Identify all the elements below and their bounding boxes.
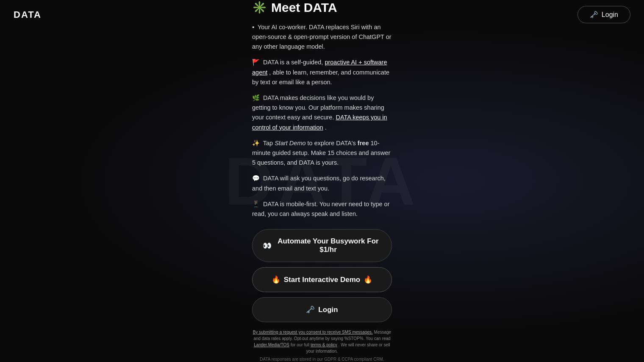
demo-label: Start Interactive Demo xyxy=(284,276,360,284)
free-bold: free xyxy=(358,140,369,146)
consent-link[interactable]: By submitting a request you consent to r… xyxy=(253,330,373,334)
desc-text-4b: to explore DATA's xyxy=(308,140,358,146)
terms-link[interactable]: terms & policy xyxy=(311,343,337,347)
desc-paragraph-3: 🌿 DATA makes decisions like you would by… xyxy=(252,93,392,133)
start-demo-button[interactable]: 🔥 Start Interactive Demo 🔥 xyxy=(252,267,392,292)
login-label: Login xyxy=(318,306,338,314)
desc-paragraph-4: ✨ Tap Start Demo to explore DATA's free … xyxy=(252,138,392,168)
eyes-icon: 👀 xyxy=(263,241,272,250)
desc-paragraph-6: 📱 DATA is mobile-first. You never need t… xyxy=(252,199,392,219)
start-demo-italic: Start Demo xyxy=(275,140,305,146)
header-login-button[interactable]: 🗝️ Login xyxy=(577,6,630,23)
automate-button[interactable]: 👀 Automate Your Busywork For $1/hr xyxy=(252,229,392,262)
desc-paragraph-2: 🚩 DATA is a self-guided, proactive AI + … xyxy=(252,58,392,87)
logo: DATA xyxy=(14,9,42,20)
chat-icon: 💬 xyxy=(252,175,260,182)
fire-icon-right: 🔥 xyxy=(364,275,372,284)
footer-compliance: DATA responses are stored in our GDPR & … xyxy=(252,357,392,362)
plant-icon: 🌿 xyxy=(252,94,260,101)
desc-paragraph-5: 💬 DATA will ask you questions, go do res… xyxy=(252,174,392,193)
header-login-label: Login xyxy=(602,11,618,19)
tos-link[interactable]: Lander.Media/TOS xyxy=(254,343,289,347)
sparkles-icon: ✨ xyxy=(252,140,260,146)
footer-tos-after: for our full xyxy=(291,343,311,347)
desc-text-4a: Tap xyxy=(263,140,275,146)
login-button[interactable]: 🗝️ Login xyxy=(252,297,392,322)
key-icon: 🗝️ xyxy=(590,11,598,19)
desc-text-2a: DATA is a self-guided, xyxy=(263,59,325,66)
key-icon-btn: 🗝️ xyxy=(306,305,315,314)
footer-consent: By submitting a request you consent to r… xyxy=(252,329,392,354)
fire-icon-left: 🔥 xyxy=(272,275,280,284)
automate-label: Automate Your Busywork For $1/hr xyxy=(275,237,381,254)
content-card: ✳️ Meet DATA ▪ Your AI co-worker. DATA r… xyxy=(252,0,392,362)
buttons-section: 👀 Automate Your Busywork For $1/hr 🔥 Sta… xyxy=(252,229,392,322)
desc-text-2b: , able to learn, remember, and communica… xyxy=(252,69,389,86)
phone-icon: 📱 xyxy=(252,201,260,207)
flag-icon: 🚩 xyxy=(252,59,260,66)
desc-text-3b: . xyxy=(325,124,327,131)
desc-text-5: DATA will ask you questions, go do resea… xyxy=(252,175,386,191)
main-content: ✳️ Meet DATA ▪ Your AI co-worker. DATA r… xyxy=(0,0,644,362)
header: DATA 🗝️ Login xyxy=(0,0,644,29)
desc-text-6: DATA is mobile-first. You never need to … xyxy=(252,201,390,217)
